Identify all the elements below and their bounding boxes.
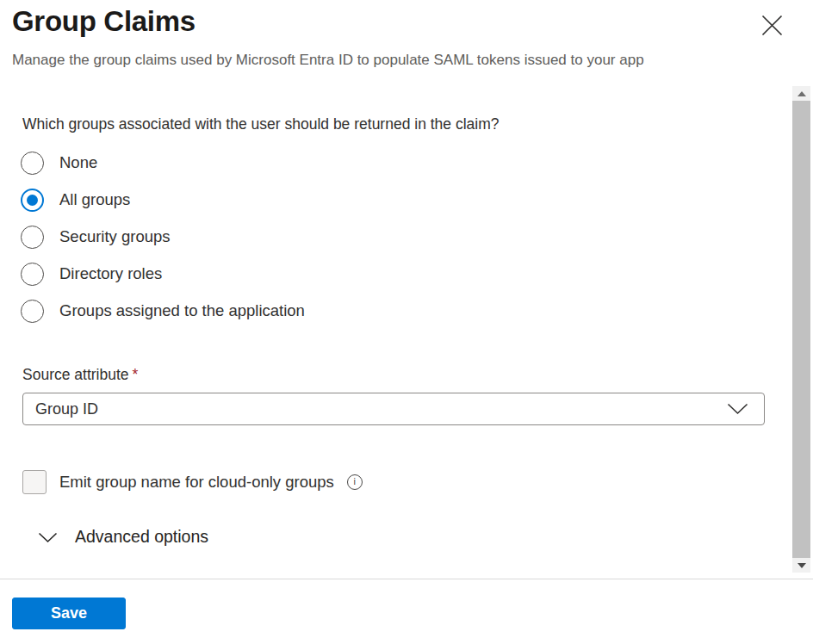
close-button[interactable] bbox=[758, 11, 785, 39]
radio-group-question: Which groups associated with the user sh… bbox=[22, 115, 500, 133]
radio-option-label: All groups bbox=[59, 190, 130, 209]
radio-option-directory-roles[interactable]: Directory roles bbox=[21, 262, 162, 286]
source-attribute-value: Group ID bbox=[35, 400, 727, 418]
radio-icon[interactable] bbox=[21, 263, 44, 286]
page-title: Group Claims bbox=[12, 5, 195, 38]
radio-option-all-groups[interactable]: All groups bbox=[21, 188, 130, 212]
page-subtitle: Manage the group claims used by Microsof… bbox=[12, 52, 644, 69]
required-marker: * bbox=[133, 366, 139, 383]
close-icon bbox=[760, 14, 784, 37]
source-attribute-label-text: Source attribute bbox=[22, 366, 129, 383]
advanced-options-toggle[interactable]: Advanced options bbox=[38, 523, 208, 549]
emit-group-name-label: Emit group name for cloud-only groups bbox=[59, 473, 334, 492]
radio-icon[interactable] bbox=[21, 152, 44, 175]
advanced-options-label: Advanced options bbox=[75, 527, 208, 547]
emit-group-name-row: Emit group name for cloud-only groups i bbox=[22, 470, 363, 494]
scrollbar-track[interactable] bbox=[792, 86, 810, 573]
radio-option-label: None bbox=[59, 153, 97, 172]
footer-divider bbox=[0, 579, 813, 579]
group-claims-panel: Group Claims Manage the group claims use… bbox=[0, 0, 813, 644]
radio-icon[interactable] bbox=[21, 300, 44, 323]
save-button[interactable]: Save bbox=[12, 598, 126, 629]
scrollbar-up-arrow[interactable] bbox=[792, 86, 810, 101]
info-icon[interactable]: i bbox=[347, 474, 363, 490]
radio-option-none[interactable]: None bbox=[21, 151, 97, 175]
source-attribute-label: Source attribute* bbox=[22, 366, 138, 384]
radio-option-label: Directory roles bbox=[59, 264, 162, 283]
source-attribute-dropdown[interactable]: Group ID bbox=[22, 393, 765, 425]
emit-group-name-checkbox[interactable] bbox=[22, 470, 47, 494]
scrollbar-thumb[interactable] bbox=[792, 101, 810, 558]
radio-option-security-groups[interactable]: Security groups bbox=[21, 225, 171, 249]
chevron-down-icon bbox=[727, 403, 748, 415]
scrollbar-down-arrow[interactable] bbox=[792, 558, 810, 573]
radio-option-label: Security groups bbox=[59, 227, 171, 246]
radio-icon[interactable] bbox=[21, 226, 44, 249]
radio-option-label: Groups assigned to the application bbox=[59, 301, 305, 320]
triangle-down-icon bbox=[797, 563, 806, 568]
chevron-down-icon bbox=[38, 532, 58, 543]
radio-icon[interactable] bbox=[21, 189, 44, 212]
radio-option-groups-assigned[interactable]: Groups assigned to the application bbox=[21, 299, 305, 323]
triangle-up-icon bbox=[797, 91, 806, 96]
